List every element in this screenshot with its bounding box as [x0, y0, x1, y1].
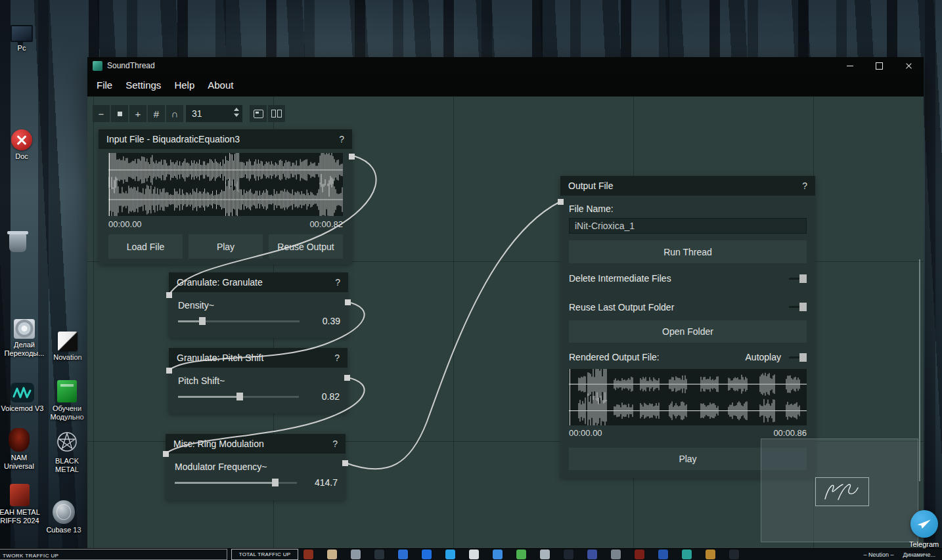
- network-traffic-label: TWORK TRAFFIC UP: [0, 553, 58, 559]
- spin-up-icon[interactable]: [234, 108, 239, 111]
- input-port[interactable]: [166, 368, 172, 374]
- node-pitch-shift[interactable]: Granulate: Pitch Shift ? Pitch Shift~ 0.…: [169, 348, 348, 414]
- taskbar-app-icon[interactable]: [682, 549, 692, 559]
- menu-bar: File Settings Help About: [87, 74, 924, 97]
- taskbar-app-icon[interactable]: [374, 549, 384, 559]
- output-waveform[interactable]: [569, 369, 807, 425]
- reuse-folder-toggle[interactable]: [789, 303, 807, 311]
- desktop-icon-cubase[interactable]: Cubase 13: [41, 499, 87, 534]
- zoom-out-button[interactable]: −: [93, 105, 110, 122]
- desktop-icon-novation[interactable]: Novation: [45, 326, 91, 362]
- taskbar-app-icon[interactable]: [422, 549, 432, 559]
- node-ring-modulation[interactable]: Misc: Ring Modulation ? Modulator Freque…: [166, 434, 346, 500]
- taskbar-app-icon[interactable]: [303, 549, 313, 559]
- slider-handle[interactable]: [199, 317, 206, 325]
- input-port[interactable]: [558, 199, 564, 205]
- taskbar-app-icon[interactable]: [611, 549, 621, 559]
- time-start: 00:00.00: [108, 219, 142, 229]
- total-traffic-widget[interactable]: TOTAL TRAFFIC UP: [231, 549, 298, 560]
- canvas-scrollbar[interactable]: [919, 259, 922, 481]
- help-icon[interactable]: ?: [332, 439, 338, 449]
- node-header[interactable]: Misc: Ring Modulation ?: [166, 434, 346, 454]
- desktop-icon-nam-universal[interactable]: NAM Universal: [0, 427, 41, 471]
- play-button[interactable]: Play: [189, 234, 263, 259]
- help-icon[interactable]: ?: [335, 277, 340, 288]
- slider-handle[interactable]: [272, 479, 279, 486]
- desktop-icon-pc[interactable]: Pc: [0, 17, 43, 53]
- grid-snap-button[interactable]: #: [148, 105, 165, 122]
- open-folder-button[interactable]: Open Folder: [569, 320, 807, 343]
- grid-size-input[interactable]: [186, 105, 233, 122]
- reuse-output-button[interactable]: Reuse Output: [269, 234, 343, 259]
- pitch-shift-slider[interactable]: [178, 393, 299, 400]
- menu-help[interactable]: Help: [168, 74, 201, 97]
- input-port[interactable]: [163, 451, 169, 457]
- node-header[interactable]: Input File - BiquadraticEquation3 ?: [99, 129, 352, 149]
- maximize-button[interactable]: [864, 57, 894, 74]
- taskbar[interactable]: TWORK TRAFFIC UP TOTAL TRAFFIC UP – Neut…: [0, 548, 942, 560]
- desktop-icon-doc[interactable]: Doc: [0, 125, 43, 161]
- taskbar-app-icon[interactable]: [635, 549, 644, 559]
- telegram-icon[interactable]: [910, 510, 938, 538]
- close-button[interactable]: [894, 57, 924, 74]
- slider-handle[interactable]: [236, 393, 243, 400]
- taskbar-app-icon[interactable]: [540, 549, 550, 559]
- taskbar-app-icon[interactable]: [706, 549, 715, 559]
- taskbar-app-icon[interactable]: [469, 549, 479, 559]
- run-thread-button[interactable]: Run Thread: [569, 240, 807, 263]
- taskbar-app-icon[interactable]: [564, 549, 573, 559]
- density-slider[interactable]: [178, 317, 300, 325]
- monitor-button[interactable]: ∩: [166, 105, 183, 122]
- load-file-button[interactable]: Load File: [108, 234, 183, 259]
- delete-intermediate-toggle[interactable]: [789, 274, 807, 283]
- node-output-file[interactable]: Output File ? File Name: Run Thread Dele…: [560, 176, 815, 478]
- node-header[interactable]: Granulate: Granulate ?: [169, 272, 348, 292]
- modulator-frequency-slider[interactable]: [175, 479, 297, 486]
- taskbar-app-icon[interactable]: [729, 549, 739, 559]
- help-icon[interactable]: ?: [339, 134, 344, 144]
- help-icon[interactable]: ?: [334, 353, 340, 363]
- help-icon[interactable]: ?: [802, 181, 807, 191]
- output-port[interactable]: [342, 460, 348, 466]
- taskbar-app-icon[interactable]: [327, 549, 337, 559]
- output-port[interactable]: [344, 375, 350, 381]
- node-granulate[interactable]: Granulate: Granulate ? Density~ 0.39: [169, 272, 348, 338]
- menu-settings[interactable]: Settings: [119, 74, 168, 97]
- minimize-button[interactable]: [835, 57, 864, 74]
- taskbar-app-icon[interactable]: [516, 549, 526, 559]
- autoplay-toggle[interactable]: [789, 353, 807, 362]
- desktop-icon-recycle-bin[interactable]: [0, 227, 39, 254]
- taskbar-app-icon[interactable]: [587, 549, 597, 559]
- node-input-file[interactable]: Input File - BiquadraticEquation3 ? 00:0…: [99, 129, 352, 265]
- titlebar[interactable]: SoundThread: [87, 57, 924, 74]
- menu-about[interactable]: About: [201, 74, 240, 97]
- select-tool-button[interactable]: [111, 105, 128, 122]
- taskbar-app-icon[interactable]: [351, 549, 361, 559]
- menu-file[interactable]: File: [90, 74, 119, 97]
- input-waveform[interactable]: [108, 153, 343, 216]
- taskbar-app-icon[interactable]: [493, 549, 503, 559]
- grid-size-spinbox[interactable]: [186, 105, 242, 122]
- wire-ring-to-output: [346, 202, 560, 469]
- desktop-icon-obuchenie[interactable]: Обучени Модульно: [43, 377, 91, 421]
- desktop-icon-black-metal[interactable]: BLACK METAL: [43, 430, 91, 474]
- file-name-input[interactable]: [569, 218, 807, 234]
- input-port[interactable]: [166, 292, 172, 298]
- spin-down-icon[interactable]: [234, 114, 239, 117]
- desktop-icon-perekhody[interactable]: Делай Переходы...: [0, 314, 49, 358]
- taskbar-app-icon[interactable]: [398, 549, 408, 559]
- node-header[interactable]: Granulate: Pitch Shift ?: [169, 348, 348, 368]
- output-port[interactable]: [349, 154, 355, 160]
- split-view-button[interactable]: [268, 105, 285, 122]
- taskbar-app-icon[interactable]: [658, 549, 668, 559]
- desktop-icon-eah-metal[interactable]: EAH METAL RIFFS 2024: [0, 481, 45, 525]
- zoom-in-button[interactable]: +: [129, 105, 146, 122]
- system-tray[interactable]: – Neution – Динамиче...: [863, 549, 935, 560]
- output-port[interactable]: [345, 299, 351, 305]
- taskbar-app-icon[interactable]: [445, 549, 455, 559]
- node-header[interactable]: Output File ?: [560, 176, 815, 196]
- network-traffic-widget[interactable]: TWORK TRAFFIC UP: [0, 549, 227, 560]
- fit-view-button[interactable]: [250, 105, 267, 122]
- telegram-float[interactable]: Telegram: [909, 510, 939, 548]
- desktop-icon-voicemod[interactable]: Voicemod V3: [0, 377, 46, 413]
